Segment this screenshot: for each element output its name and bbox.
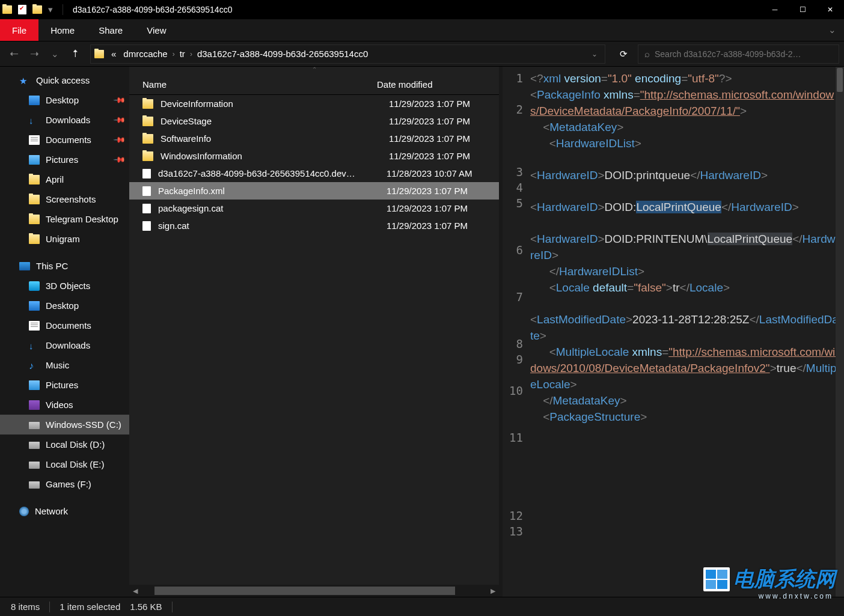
- folder-icon: [142, 151, 153, 161]
- file-date: 11/28/2023 10:07 AM: [379, 168, 499, 178]
- sidebar-item[interactable]: ↓Downloads📌: [0, 110, 129, 130]
- file-row[interactable]: DeviceStage11/29/2023 1:07 PM: [129, 112, 499, 130]
- file-icon: [142, 186, 151, 196]
- sidebar-item[interactable]: Telegram Desktop: [0, 209, 129, 229]
- qat-dropdown-icon[interactable]: ▾: [48, 4, 53, 15]
- folder-icon[interactable]: [2, 5, 12, 14]
- sidebar-item[interactable]: ↓Downloads: [0, 335, 129, 355]
- nav-up-button[interactable]: 🠑: [66, 45, 84, 63]
- sidebar-item-label: Documents: [46, 320, 91, 331]
- scroll-left-icon[interactable]: ◀: [129, 587, 141, 595]
- ribbon-tab-file[interactable]: File: [0, 19, 38, 41]
- sidebar-quick-access[interactable]: ★ Quick access: [0, 70, 129, 90]
- column-name[interactable]: Name: [129, 79, 370, 90]
- sidebar-item-label: Local Disk (E:): [46, 459, 105, 469]
- file-row[interactable]: packagesign.cat11/29/2023 1:07 PM: [129, 200, 499, 217]
- file-list[interactable]: DeviceInformation11/29/2023 1:07 PMDevic…: [129, 95, 499, 597]
- sidebar-item[interactable]: Pictures: [0, 375, 129, 395]
- sidebar-item[interactable]: Windows-SSD (C:): [0, 415, 129, 435]
- chevron-right-icon[interactable]: ›: [190, 50, 192, 58]
- sidebar-item[interactable]: Local Disk (D:): [0, 435, 129, 454]
- file-row[interactable]: PackageInfo.xml11/29/2023 1:07 PM: [129, 182, 499, 200]
- sidebar-item[interactable]: April: [0, 169, 129, 189]
- breadcrumb-item-2[interactable]: d3a162c7-a388-4099-b63d-265639514cc0: [195, 49, 370, 59]
- close-button[interactable]: ✕: [816, 0, 844, 19]
- file-row[interactable]: DeviceInformation11/29/2023 1:07 PM: [129, 95, 499, 112]
- minimize-button[interactable]: ─: [761, 0, 789, 19]
- vertical-scrollbar[interactable]: [836, 67, 844, 597]
- column-date[interactable]: Date modified: [370, 79, 499, 90]
- nav-forward-button[interactable]: 🠒: [25, 45, 43, 63]
- scrollbar-thumb[interactable]: [837, 68, 843, 92]
- column-header: Name Date modified: [129, 74, 499, 95]
- ribbon-expand-button[interactable]: ⌄: [820, 19, 844, 41]
- sidebar-item[interactable]: Local Disk (E:): [0, 454, 129, 474]
- horizontal-scrollbar[interactable]: ◀ ▶: [129, 585, 499, 597]
- breadcrumb-item-1[interactable]: tr: [177, 49, 188, 59]
- breadcrumb-dropdown[interactable]: ⌄: [588, 50, 601, 58]
- network-icon: [19, 507, 29, 516]
- sidebar-item[interactable]: Unigram: [0, 229, 129, 249]
- chevron-right-icon[interactable]: ›: [173, 50, 175, 58]
- yellow-icon: [29, 175, 40, 184]
- file-name: packagesign.cat: [158, 203, 379, 213]
- scroll-right-icon[interactable]: ▶: [487, 587, 499, 595]
- collapse-handle[interactable]: ⌃: [129, 67, 499, 74]
- sidebar-item[interactable]: Desktop: [0, 296, 129, 316]
- search-input[interactable]: [655, 49, 833, 59]
- sidebar-network[interactable]: Network: [0, 501, 129, 521]
- sidebar-item-label: Pictures: [46, 380, 78, 390]
- ribbon-tab-home[interactable]: Home: [38, 19, 87, 41]
- status-size: 1.56 KB: [130, 602, 162, 612]
- sidebar-item[interactable]: 3D Objects: [0, 276, 129, 296]
- sidebar-item[interactable]: Games (F:): [0, 474, 129, 494]
- sidebar-item[interactable]: Documents📌: [0, 130, 129, 150]
- nav-recent-dropdown[interactable]: ⌄: [46, 45, 64, 63]
- sidebar-label: This PC: [36, 261, 68, 271]
- sidebar-item[interactable]: Desktop📌: [0, 90, 129, 110]
- scrollbar-thumb[interactable]: [154, 587, 455, 595]
- search-box[interactable]: ⌕: [638, 44, 839, 64]
- sidebar-item[interactable]: Pictures📌: [0, 150, 129, 169]
- folder-icon-2[interactable]: [32, 5, 42, 14]
- file-row[interactable]: SoftwareInfo11/29/2023 1:07 PM: [129, 130, 499, 147]
- sidebar-this-pc[interactable]: This PC: [0, 256, 129, 276]
- breadcrumb-prefix[interactable]: «: [109, 49, 118, 59]
- folder-icon: [94, 50, 104, 58]
- disk-icon: [29, 442, 40, 449]
- watermark-logo-icon: [703, 567, 730, 591]
- watermark: 电脑系统网: [703, 566, 836, 593]
- preview-pane: 1 2 3 4 5 6 7 8 9 10 11 12 13 <?xml vers…: [503, 67, 844, 597]
- file-date: 11/29/2023 1:07 PM: [379, 203, 499, 213]
- refresh-button[interactable]: ⟳: [611, 44, 635, 64]
- sidebar-item[interactable]: Documents: [0, 316, 129, 335]
- properties-icon[interactable]: [18, 5, 26, 14]
- doc-icon: [29, 135, 40, 145]
- sidebar[interactable]: ★ Quick access Desktop📌↓Downloads📌Docume…: [0, 67, 129, 597]
- navbar: 🠐 🠒 ⌄ 🠑 « dmrccache › tr › d3a162c7-a388…: [0, 41, 844, 67]
- file-date: 11/29/2023 1:07 PM: [382, 116, 499, 126]
- code-preview[interactable]: <?xml version="1.0" encoding="utf-8"?> <…: [528, 67, 844, 597]
- sidebar-item-label: Desktop: [46, 95, 79, 105]
- sidebar-item-label: April: [46, 174, 64, 184]
- file-row[interactable]: WindowsInformation11/29/2023 1:07 PM: [129, 147, 499, 165]
- sidebar-item-label: Local Disk (D:): [46, 439, 105, 450]
- file-row[interactable]: sign.cat11/29/2023 1:07 PM: [129, 217, 499, 234]
- breadcrumb[interactable]: « dmrccache › tr › d3a162c7-a388-4099-b6…: [90, 44, 605, 64]
- folder-icon: [142, 134, 153, 144]
- sidebar-item[interactable]: Videos: [0, 395, 129, 415]
- file-row[interactable]: d3a162c7-a388-4099-b63d-265639514cc0.dev…: [129, 165, 499, 182]
- sidebar-item[interactable]: Screenshots: [0, 189, 129, 209]
- separator: [63, 4, 63, 15]
- ribbon-tab-share[interactable]: Share: [87, 19, 135, 41]
- breadcrumb-item-0[interactable]: dmrccache: [121, 49, 170, 59]
- sidebar-item-label: Unigram: [46, 234, 80, 244]
- maximize-button[interactable]: ☐: [789, 0, 816, 19]
- sidebar-item-label: Videos: [46, 400, 73, 410]
- file-name: SoftwareInfo: [161, 133, 382, 144]
- ribbon-tab-view[interactable]: View: [135, 19, 178, 41]
- vid-icon: [29, 400, 40, 410]
- sidebar-item[interactable]: ♪Music: [0, 355, 129, 375]
- nav-back-button[interactable]: 🠐: [5, 45, 23, 63]
- file-icon: [142, 169, 151, 178]
